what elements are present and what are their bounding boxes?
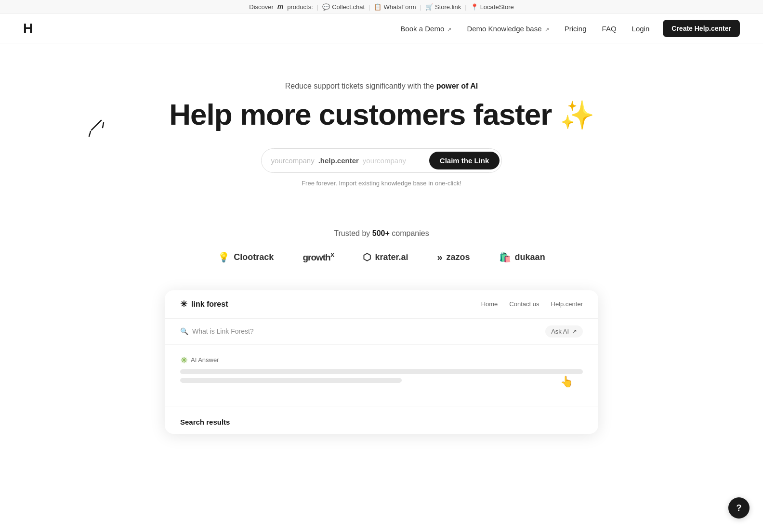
url-box: yourcompany .help.center Claim the Link xyxy=(261,148,502,173)
preview-header: ✳ link forest Home Contact us Help.cente… xyxy=(165,290,598,319)
url-input-area: yourcompany .help.center Claim the Link xyxy=(10,148,753,173)
subdomain-input[interactable] xyxy=(363,156,425,165)
banner-m-logo: m xyxy=(277,3,283,11)
banner-collect-chat[interactable]: 💬 Collect.chat xyxy=(322,3,365,11)
nav-login[interactable]: Login xyxy=(626,22,656,36)
hero-subtitle: Reduce support tickets significantly wit… xyxy=(10,82,753,91)
preview-nav-helpcenter[interactable]: Help.center xyxy=(551,300,583,308)
nav-pricing[interactable]: Pricing xyxy=(559,22,592,36)
ai-star-icon: ✳️ xyxy=(180,356,188,363)
cursor-icon: 👆 xyxy=(560,376,573,388)
svg-line-2 xyxy=(89,131,91,136)
search-results-label: Search results xyxy=(180,410,583,434)
deco-lines xyxy=(87,118,106,142)
ai-answer-lines xyxy=(180,369,583,383)
preview-search-input: 🔍 What is Link Forest? xyxy=(180,327,254,335)
ai-line-2 xyxy=(180,378,402,383)
ai-answer-label: ✳️ AI Answer xyxy=(180,356,583,363)
ask-ai-label: Ask AI xyxy=(551,328,569,335)
svg-line-0 xyxy=(92,120,101,130)
claim-link-button[interactable]: Claim the Link xyxy=(429,152,500,169)
preview-body: ✳️ AI Answer 👆 xyxy=(165,345,598,406)
logo-zazos: » zazos xyxy=(437,252,470,263)
main-nav: H Book a Demo ↗ Demo Knowledge base ↗ Pr… xyxy=(0,14,763,43)
url-note: Free forever. Import existing knowledge … xyxy=(10,180,753,187)
logos-row: 💡 Clootrack growthX ⬡ krater.ai » zazos … xyxy=(10,251,753,263)
preview-nav-contact[interactable]: Contact us xyxy=(509,300,539,308)
zazos-icon: » xyxy=(437,252,442,263)
ask-ai-badge[interactable]: Ask AI ↗ xyxy=(545,325,583,337)
ask-ai-icon: ↗ xyxy=(572,328,577,335)
sparkle-icon: ✨ xyxy=(560,99,594,130)
preview-wrapper: ✳ link forest Home Contact us Help.cente… xyxy=(0,290,763,463)
url-prefix: yourcompany xyxy=(271,156,315,165)
nav-links: Book a Demo ↗ Demo Knowledge base ↗ Pric… xyxy=(395,20,740,37)
preview-nav-home[interactable]: Home xyxy=(481,300,498,308)
banner-products: products: xyxy=(287,3,313,11)
preview-brand: ✳ link forest xyxy=(180,299,228,310)
banner-store-link[interactable]: 🛒 Store.link xyxy=(425,3,461,11)
create-helpcenter-button[interactable]: Create Help.center xyxy=(663,20,740,37)
preview-nav: Home Contact us Help.center xyxy=(481,300,583,308)
logo-clootrack: 💡 Clootrack xyxy=(218,251,274,263)
krater-icon: ⬡ xyxy=(363,251,371,263)
preview-bottom: Search results xyxy=(165,406,598,434)
ai-answer-section: ✳️ AI Answer 👆 xyxy=(180,356,583,383)
url-domain: .help.center xyxy=(318,156,359,165)
preview-card: ✳ link forest Home Contact us Help.cente… xyxy=(165,290,598,434)
hero-section: Reduce support tickets significantly wit… xyxy=(0,43,763,206)
growthx-label: growthX xyxy=(303,251,334,263)
trusted-section: Trusted by 500+ companies 💡 Clootrack gr… xyxy=(0,206,763,274)
svg-line-1 xyxy=(103,123,104,128)
search-icon: 🔍 xyxy=(180,327,188,335)
ai-line-1 xyxy=(180,369,583,374)
preview-search-bar: 🔍 What is Link Forest? Ask AI ↗ xyxy=(165,319,598,345)
top-banner: Discover m products: | 💬 Collect.chat | … xyxy=(0,0,763,14)
logo-krater: ⬡ krater.ai xyxy=(363,251,408,263)
hero-title: Help more customers faster ✨ xyxy=(10,98,753,131)
logo-dukaan: 🛍️ dukaan xyxy=(499,251,545,263)
trusted-label: Trusted by 500+ companies xyxy=(10,229,753,238)
brand-name: link forest xyxy=(191,300,228,309)
banner-discover: Discover xyxy=(249,3,274,11)
nav-faq[interactable]: FAQ xyxy=(596,22,622,36)
clootrack-icon: 💡 xyxy=(218,251,230,263)
nav-demo-kb[interactable]: Demo Knowledge base ↗ xyxy=(461,22,554,36)
logo-growthx: growthX xyxy=(303,251,334,263)
search-placeholder-text: What is Link Forest? xyxy=(192,327,254,335)
nav-book-demo[interactable]: Book a Demo ↗ xyxy=(395,22,457,36)
dukaan-icon: 🛍️ xyxy=(499,251,511,263)
banner-whatsform[interactable]: 📋 WhatsForm xyxy=(374,3,416,11)
site-logo: H xyxy=(23,21,32,36)
brand-icon: ✳ xyxy=(180,299,187,310)
banner-locate-store[interactable]: 📍 LocateStore xyxy=(471,3,514,11)
